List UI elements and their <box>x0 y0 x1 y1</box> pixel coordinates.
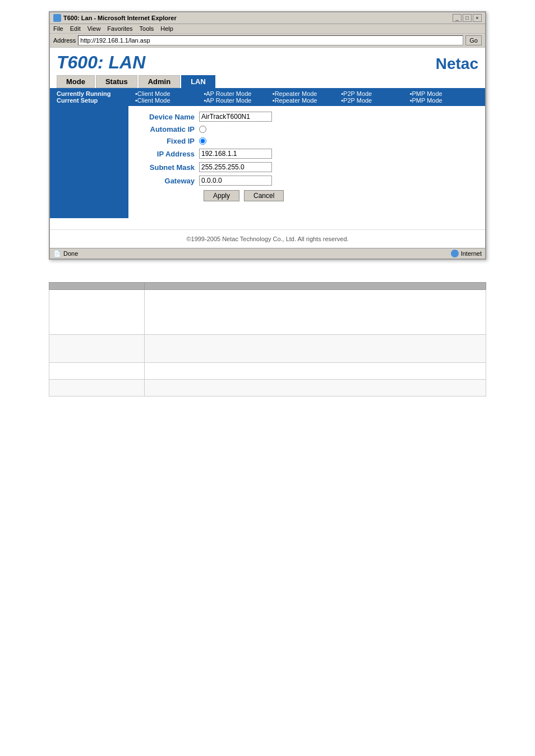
tab-mode[interactable]: Mode <box>57 75 95 88</box>
page-title: T600: LAN <box>57 52 145 73</box>
status-modes: •Client Mode •Client Mode •AP Router Mod… <box>135 90 478 104</box>
menu-tools[interactable]: Tools <box>140 25 154 32</box>
status-bar: Currently Running Current Setup •Client … <box>50 88 485 106</box>
browser-title: T600: Lan - Microsoft Internet Explorer <box>53 14 177 22</box>
ip-address-label: IP Address <box>137 150 199 158</box>
subnet-mask-row: Subnet Mask <box>137 162 476 172</box>
table-row <box>49 335 486 363</box>
go-button[interactable]: Go <box>465 35 482 45</box>
fixed-ip-label: Fixed IP <box>137 137 199 145</box>
current-setup-label: Current Setup <box>57 97 135 104</box>
device-name-row: Device Name <box>137 112 476 122</box>
menu-help[interactable]: Help <box>160 25 173 32</box>
tab-lan[interactable]: LAN <box>181 75 215 88</box>
browser-titlebar: T600: Lan - Microsoft Internet Explorer … <box>50 12 485 24</box>
page-icon-small: 📄 <box>53 250 61 257</box>
button-row: Apply Cancel <box>204 190 476 201</box>
menu-view[interactable]: View <box>87 25 101 32</box>
mode-p2p-setup: •P2P Mode <box>341 97 409 104</box>
browser-controls[interactable]: _ □ × <box>453 14 482 22</box>
mode-ap-running: •AP Router Mode <box>204 90 272 97</box>
cancel-button[interactable]: Cancel <box>244 190 284 201</box>
ip-address-input[interactable] <box>199 149 272 159</box>
status-internet: Internet <box>451 250 482 257</box>
gateway-label: Gateway <box>137 177 199 185</box>
browser-toolbar: Address Go <box>50 34 485 48</box>
table-header-1 <box>49 283 145 290</box>
page-content: T600: LAN Netac Mode Status Admin LAN Cu… <box>50 48 485 248</box>
footer-text: ©1999-2005 Netac Technology Co., Ltd. Al… <box>186 236 348 242</box>
mode-pmp-running: •PMP Mode <box>410 90 478 97</box>
tab-admin[interactable]: Admin <box>139 75 180 88</box>
internet-icon <box>451 250 459 257</box>
mode-client-setup: •Client Mode <box>135 97 204 104</box>
status-done: 📄 Done <box>53 250 78 257</box>
currently-running-label: Currently Running <box>57 90 135 97</box>
mode-ap-setup: •AP Router Mode <box>204 97 272 104</box>
table-cell-3-2 <box>145 363 486 380</box>
ip-address-row: IP Address <box>137 149 476 159</box>
mode-pmp: •PMP Mode •PMP Mode <box>410 90 478 104</box>
automatic-ip-label: Automatic IP <box>137 125 199 133</box>
left-sidebar <box>50 106 128 218</box>
netac-logo: Netac <box>436 55 478 73</box>
device-name-input[interactable] <box>199 112 272 122</box>
menu-edit[interactable]: Edit <box>70 25 81 32</box>
table-row <box>49 363 486 380</box>
table-cell-3-1 <box>49 363 145 380</box>
mode-pmp-setup: •PMP Mode <box>410 97 478 104</box>
mode-repeater: •Repeater Mode •Repeater Mode <box>273 90 341 104</box>
done-label: Done <box>63 250 78 257</box>
menu-file[interactable]: File <box>53 25 63 32</box>
address-label: Address <box>53 37 76 44</box>
table-cell-1-2 <box>145 290 486 335</box>
main-content: Device Name Automatic IP Fixed IP <box>50 106 485 218</box>
nav-tabs: Mode Status Admin LAN <box>50 75 485 88</box>
tab-status[interactable]: Status <box>96 75 137 88</box>
table-header-2 <box>145 283 486 290</box>
automatic-ip-row: Automatic IP <box>137 125 476 133</box>
table-row <box>49 290 486 335</box>
close-button[interactable]: × <box>473 14 482 22</box>
browser-icon <box>53 14 61 22</box>
menu-favorites[interactable]: Favorites <box>107 25 132 32</box>
mode-client-running: •Client Mode <box>135 90 204 97</box>
fixed-ip-radio[interactable] <box>199 137 206 145</box>
form-area: Device Name Automatic IP Fixed IP <box>128 106 485 218</box>
mode-repeater-setup: •Repeater Mode <box>273 97 341 104</box>
mode-repeater-running: •Repeater Mode <box>273 90 341 97</box>
table-row <box>49 380 486 397</box>
table-cell-4-1 <box>49 380 145 397</box>
mode-client: •Client Mode •Client Mode <box>135 90 204 104</box>
browser-statusbar: 📄 Done Internet <box>50 248 485 259</box>
maximize-button[interactable]: □ <box>463 14 472 22</box>
page-header: T600: LAN Netac <box>50 48 485 75</box>
apply-button[interactable]: Apply <box>204 190 239 201</box>
automatic-ip-radio[interactable] <box>199 126 206 133</box>
internet-label: Internet <box>461 250 482 257</box>
subnet-mask-input[interactable] <box>199 162 272 172</box>
gateway-input[interactable] <box>199 176 272 186</box>
table-cell-1-1 <box>49 290 145 335</box>
subnet-mask-label: Subnet Mask <box>137 163 199 172</box>
mode-p2p: •P2P Mode •P2P Mode <box>341 90 409 104</box>
minimize-button[interactable]: _ <box>453 14 462 22</box>
bottom-section <box>49 282 486 397</box>
table-cell-4-2 <box>145 380 486 397</box>
address-bar: Address Go <box>53 35 482 45</box>
device-name-label: Device Name <box>137 113 199 121</box>
page-footer: ©1999-2005 Netac Technology Co., Ltd. Al… <box>50 229 485 248</box>
mode-p2p-running: •P2P Mode <box>341 90 409 97</box>
gateway-row: Gateway <box>137 176 476 186</box>
status-labels: Currently Running Current Setup <box>57 90 135 104</box>
browser-menubar: File Edit View Favorites Tools Help <box>50 24 485 34</box>
browser-window: T600: Lan - Microsoft Internet Explorer … <box>49 11 486 260</box>
fixed-ip-row: Fixed IP <box>137 137 476 145</box>
data-table <box>49 282 486 397</box>
mode-ap-router: •AP Router Mode •AP Router Mode <box>204 90 272 104</box>
address-input[interactable] <box>78 35 463 45</box>
table-cell-2-2 <box>145 335 486 363</box>
table-cell-2-1 <box>49 335 145 363</box>
